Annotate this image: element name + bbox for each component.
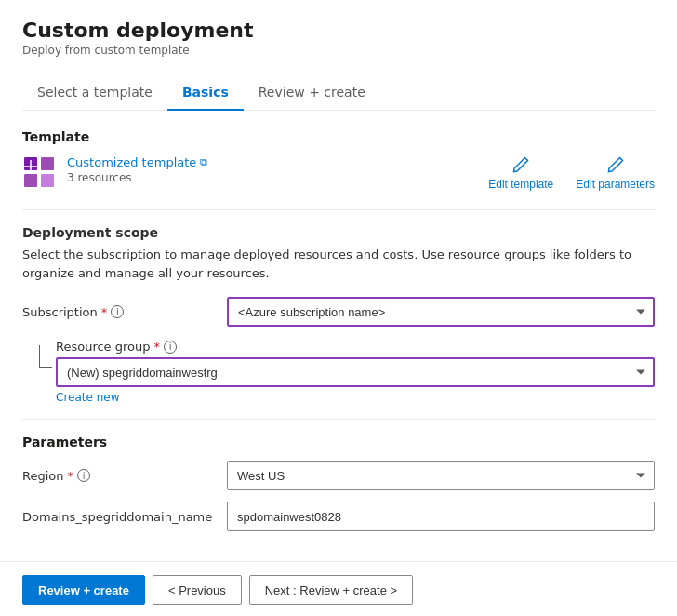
parameters-section-title: Parameters — [22, 435, 655, 449]
parameters-divider — [22, 419, 655, 420]
template-name-link[interactable]: Customized template ⧉ — [67, 155, 207, 169]
resource-group-select[interactable]: (New) spegriddomainwestrg — [56, 357, 655, 387]
resource-group-label-row: Resource group * i — [56, 338, 655, 354]
resource-group-required: * — [154, 340, 161, 354]
indent-bracket — [39, 345, 52, 368]
svg-rect-1 — [41, 157, 54, 170]
template-text: Customized template ⧉ 3 resources — [67, 155, 207, 184]
domains-input[interactable] — [227, 502, 655, 531]
deployment-scope-desc: Select the subscription to manage deploy… — [22, 246, 655, 282]
deployment-scope-section: Deployment scope Select the subscription… — [22, 225, 655, 404]
template-card: Customized template ⧉ 3 resources Edit t… — [22, 155, 655, 191]
resource-group-row: Resource group * i (New) spegriddomainwe… — [22, 338, 655, 404]
page-subtitle: Deploy from custom template — [22, 44, 655, 57]
tabs-container: Select a template Basics Review + create — [22, 75, 655, 111]
deployment-scope-title: Deployment scope — [22, 225, 655, 240]
footer: Review + create < Previous Next : Review… — [0, 561, 677, 616]
subscription-row: Subscription * i <Azure subscription nam… — [22, 297, 655, 327]
edit-template-button[interactable]: Edit template — [488, 155, 553, 191]
tab-select-template[interactable]: Select a template — [22, 75, 167, 111]
domains-row: Domains_spegriddomain_name — [22, 502, 655, 531]
template-actions: Edit template Edit parameters — [488, 155, 655, 191]
indent-container — [22, 338, 56, 368]
svg-rect-2 — [24, 174, 37, 187]
svg-rect-3 — [41, 174, 54, 187]
edit-parameters-button[interactable]: Edit parameters — [576, 155, 655, 191]
subscription-select-wrapper: <Azure subscription name> — [227, 297, 655, 327]
next-button[interactable]: Next : Review + create > — [249, 575, 413, 605]
template-info: Customized template ⧉ 3 resources — [22, 155, 207, 189]
subscription-required: * — [101, 305, 108, 319]
resource-group-content: Resource group * i (New) spegriddomainwe… — [56, 338, 655, 404]
subscription-label-container: Subscription * i — [22, 305, 227, 319]
template-section: Template — [22, 129, 655, 191]
create-new-link[interactable]: Create new — [56, 391, 655, 404]
previous-button[interactable]: < Previous — [153, 575, 242, 605]
main-content: Custom deployment Deploy from custom tem… — [0, 0, 677, 561]
edit-template-icon — [511, 155, 530, 174]
resource-group-info-icon[interactable]: i — [164, 341, 177, 354]
domains-label: Domains_spegriddomain_name — [22, 510, 227, 524]
edit-parameters-icon — [606, 155, 625, 174]
region-row: Region * i West US — [22, 461, 655, 490]
page-container: Custom deployment Deploy from custom tem… — [0, 0, 677, 616]
subscription-select[interactable]: <Azure subscription name> — [227, 297, 655, 327]
region-select-wrapper: West US — [227, 461, 655, 490]
region-select[interactable]: West US — [227, 461, 655, 490]
tab-basics[interactable]: Basics — [167, 75, 244, 111]
external-link-icon: ⧉ — [200, 156, 207, 168]
page-title: Custom deployment — [22, 19, 655, 42]
region-label-container: Region * i — [22, 469, 227, 483]
section-divider — [22, 209, 655, 210]
template-resources: 3 resources — [67, 171, 207, 184]
tab-review-create[interactable]: Review + create — [244, 75, 380, 111]
review-create-button[interactable]: Review + create — [22, 575, 145, 605]
region-info-icon[interactable]: i — [77, 469, 90, 482]
parameters-section: Parameters Region * i West US Domains_sp… — [22, 435, 655, 531]
template-icon — [22, 155, 56, 189]
subscription-info-icon[interactable]: i — [111, 305, 124, 318]
region-required: * — [68, 469, 74, 483]
resource-group-select-wrapper: (New) spegriddomainwestrg — [56, 357, 655, 387]
template-section-title: Template — [22, 129, 655, 144]
